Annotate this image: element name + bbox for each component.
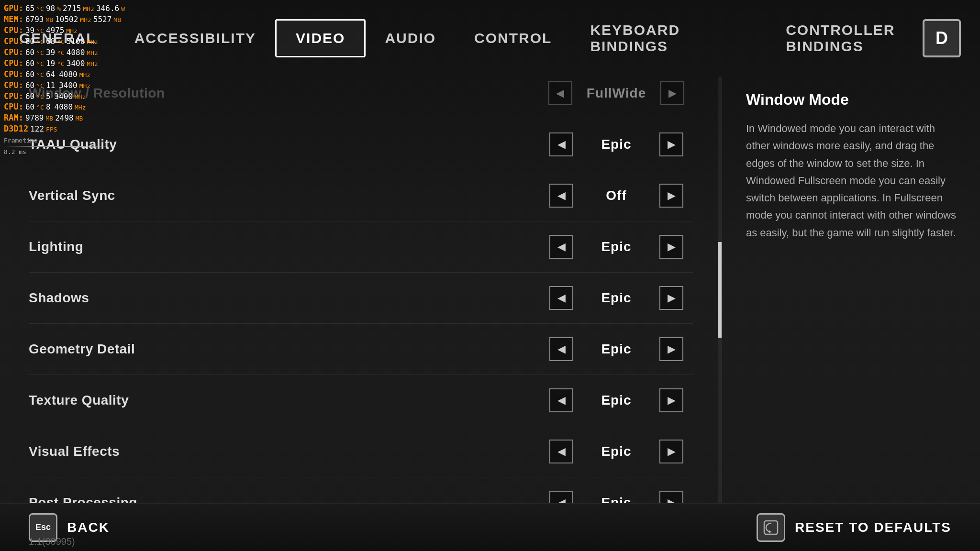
- reset-button[interactable]: RESET TO DEFAULTS: [757, 513, 951, 542]
- info-panel-text: In Windowed mode you can interact with o…: [746, 120, 956, 242]
- arrow-right-shadows[interactable]: ▶: [659, 286, 683, 310]
- navbar: GENERAL ACCESSIBILITY VIDEO AUDIO CONTRO…: [0, 0, 980, 77]
- arrow-left-window-resolution[interactable]: ◀: [548, 81, 572, 105]
- info-panel: Window Mode In Windowed mode you can int…: [722, 77, 980, 503]
- setting-label-window-resolution: Window / Resolution: [29, 86, 540, 101]
- setting-value-geometry-detail: Epic: [588, 342, 645, 357]
- arrow-right-visual-effects[interactable]: ▶: [659, 440, 683, 463]
- arrow-right-lighting[interactable]: ▶: [659, 235, 683, 259]
- arrow-right-geometry-detail[interactable]: ▶: [659, 337, 683, 361]
- setting-row-geometry-detail: Geometry Detail ◀ Epic ▶: [29, 324, 693, 375]
- nav-video[interactable]: VIDEO: [275, 19, 366, 57]
- setting-row-texture-quality: Texture Quality ◀ Epic ▶: [29, 375, 693, 426]
- arrow-left-geometry-detail[interactable]: ◀: [549, 337, 573, 361]
- profile-button[interactable]: D: [923, 19, 961, 57]
- arrow-left-post-processing[interactable]: ◀: [549, 491, 573, 503]
- setting-label-lighting: Lighting: [29, 239, 540, 254]
- info-panel-title: Window Mode: [746, 91, 956, 109]
- arrow-right-window-resolution[interactable]: ▶: [660, 81, 684, 105]
- arrow-left-visual-effects[interactable]: ◀: [549, 440, 573, 463]
- setting-control-geometry-detail: ◀ Epic ▶: [540, 337, 693, 361]
- setting-control-shadows: ◀ Epic ▶: [540, 286, 693, 310]
- setting-control-taau-quality: ◀ Epic ▶: [540, 132, 693, 156]
- setting-label-shadows: Shadows: [29, 290, 540, 306]
- arrow-left-vertical-sync[interactable]: ◀: [549, 184, 573, 208]
- setting-value-visual-effects: Epic: [588, 444, 645, 459]
- setting-value-texture-quality: Epic: [588, 393, 645, 408]
- setting-value-taau-quality: Epic: [588, 137, 645, 152]
- arrow-left-taau-quality[interactable]: ◀: [549, 132, 573, 156]
- setting-row-window-resolution: Window / Resolution ◀ FullWide ▶: [29, 77, 693, 119]
- setting-control-vertical-sync: ◀ Off ▶: [540, 184, 693, 208]
- main-content: Window / Resolution ◀ FullWide ▶ TAAU Qu…: [0, 77, 980, 503]
- setting-label-post-processing: Post Processing: [29, 495, 540, 503]
- setting-value-post-processing: Epic: [588, 495, 645, 503]
- setting-control-visual-effects: ◀ Epic ▶: [540, 440, 693, 463]
- nav-accessibility[interactable]: ACCESSIBILITY: [115, 21, 275, 56]
- arrow-left-lighting[interactable]: ◀: [549, 235, 573, 259]
- arrow-right-post-processing[interactable]: ▶: [659, 491, 683, 503]
- esc-key-label: Esc: [35, 522, 51, 532]
- setting-control-texture-quality: ◀ Epic ▶: [540, 388, 693, 412]
- nav-audio[interactable]: AUDIO: [366, 21, 455, 56]
- scrollbar-thumb[interactable]: [718, 242, 722, 338]
- setting-label-visual-effects: Visual Effects: [29, 444, 540, 459]
- settings-panel: Window / Resolution ◀ FullWide ▶ TAAU Qu…: [0, 77, 722, 503]
- setting-control-lighting: ◀ Epic ▶: [540, 235, 693, 259]
- setting-label-taau-quality: TAAU Quality: [29, 137, 540, 152]
- nav-keyboard-bindings[interactable]: KEYBOARD BINDINGS: [571, 12, 767, 64]
- reset-key-icon: [757, 513, 785, 542]
- setting-value-window-resolution: FullWide: [587, 86, 646, 101]
- setting-label-texture-quality: Texture Quality: [29, 393, 540, 408]
- scrollbar-track[interactable]: [718, 77, 722, 503]
- setting-value-shadows: Epic: [588, 290, 645, 306]
- setting-control-window-resolution: ◀ FullWide ▶: [540, 81, 693, 105]
- setting-label-vertical-sync: Vertical Sync: [29, 188, 540, 203]
- setting-row-post-processing: Post Processing ◀ Epic ▶: [29, 477, 693, 503]
- setting-label-geometry-detail: Geometry Detail: [29, 342, 540, 357]
- setting-row-vertical-sync: Vertical Sync ◀ Off ▶: [29, 170, 693, 221]
- arrow-left-shadows[interactable]: ◀: [549, 286, 573, 310]
- svg-marker-1: [769, 530, 771, 534]
- reset-label: RESET TO DEFAULTS: [795, 520, 951, 535]
- setting-value-lighting: Epic: [588, 239, 645, 254]
- setting-row-taau-quality: TAAU Quality ◀ Epic ▶: [29, 119, 693, 170]
- arrow-left-texture-quality[interactable]: ◀: [549, 388, 573, 412]
- arrow-right-vertical-sync[interactable]: ▶: [659, 184, 683, 208]
- arrow-right-taau-quality[interactable]: ▶: [659, 132, 683, 156]
- setting-control-post-processing: ◀ Epic ▶: [540, 491, 693, 503]
- arrow-right-texture-quality[interactable]: ▶: [659, 388, 683, 412]
- setting-row-lighting: Lighting ◀ Epic ▶: [29, 221, 693, 273]
- nav-control[interactable]: CONTROL: [455, 21, 571, 56]
- bottom-bar: Esc BACK 1.1(30995) RESET TO DEFAULTS: [0, 503, 980, 551]
- back-label: BACK: [67, 520, 110, 535]
- setting-value-vertical-sync: Off: [588, 188, 645, 203]
- setting-row-visual-effects: Visual Effects ◀ Epic ▶: [29, 426, 693, 477]
- setting-row-shadows: Shadows ◀ Epic ▶: [29, 273, 693, 324]
- version-text: 1.1(30995): [29, 536, 75, 547]
- nav-general[interactable]: GENERAL: [0, 21, 115, 56]
